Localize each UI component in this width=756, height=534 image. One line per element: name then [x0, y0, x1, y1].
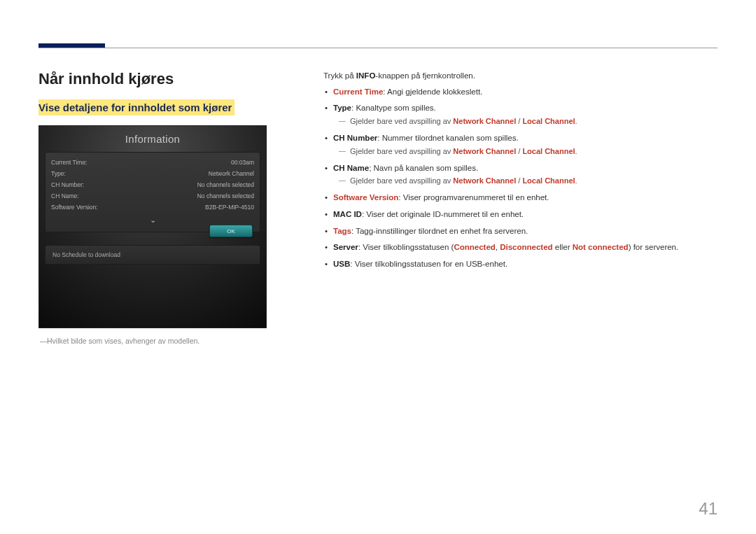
info-panel-title: Information [39, 126, 266, 149]
right-column: Trykk på INFO-knappen på fjernkontrollen… [315, 70, 718, 345]
page-number: 41 [699, 499, 718, 519]
list-item: USB: Viser tilkoblingsstatusen for en US… [323, 258, 718, 270]
footnote: ―Hvilket bilde som vises, avhenger av mo… [38, 337, 315, 345]
page-title: Når innhold kjøres [38, 70, 315, 88]
section-subtitle: Vise detaljene for innholdet som kjører [38, 99, 234, 115]
list-item: CH Number: Nummer tilordnet kanalen som … [323, 132, 718, 157]
info-row: CH Number:No channels selected [51, 179, 254, 190]
schedule-panel: No Schedule to download [45, 245, 260, 265]
feature-list: Current Time: Angi gjeldende klokkeslett… [323, 86, 718, 270]
sub-note: Gjelder bare ved avspilling av Network C… [333, 176, 718, 187]
info-row: CH Name:No channels selected [51, 190, 254, 202]
info-row: Type:Network Channel [51, 168, 254, 179]
list-item: MAC ID: Viser det originale ID-nummeret … [323, 209, 718, 220]
left-column: Når innhold kjøres Vise detaljene for in… [38, 70, 315, 345]
list-item: Current Time: Angi gjeldende klokkeslett… [323, 86, 718, 98]
list-item: Type: Kanaltype som spilles. Gjelder bar… [323, 102, 718, 127]
info-panel: Current Time:00:03am Type:Network Channe… [45, 152, 260, 232]
chevron-down-icon: ⌄ [51, 213, 254, 225]
page-content: Når innhold kjøres Vise detaljene for in… [38, 70, 718, 345]
header-rule [38, 48, 718, 48]
list-item: Server: Viser tilkoblingsstatusen (Conne… [323, 241, 718, 253]
info-row: Current Time:00:03am [51, 157, 254, 168]
tv-info-screenshot: Information Current Time:00:03am Type:Ne… [38, 125, 267, 328]
list-item: CH Name; Navn på kanalen som spilles. Gj… [323, 162, 718, 188]
schedule-text: No Schedule to download [52, 251, 120, 258]
list-item: Software Version: Viser programvarenumme… [323, 192, 718, 204]
intro-text: Trykk på INFO-knappen på fjernkontrollen… [323, 70, 718, 82]
info-row: Software Version:B2B-EP-MIP-4510 [51, 202, 254, 213]
sub-note: Gjelder bare ved avspilling av Network C… [333, 146, 718, 157]
sub-note: Gjelder bare ved avspilling av Network C… [333, 116, 718, 127]
ok-button[interactable]: OK [209, 225, 253, 237]
list-item: Tags: Tagg-innstillinger tilordnet en en… [323, 225, 718, 237]
